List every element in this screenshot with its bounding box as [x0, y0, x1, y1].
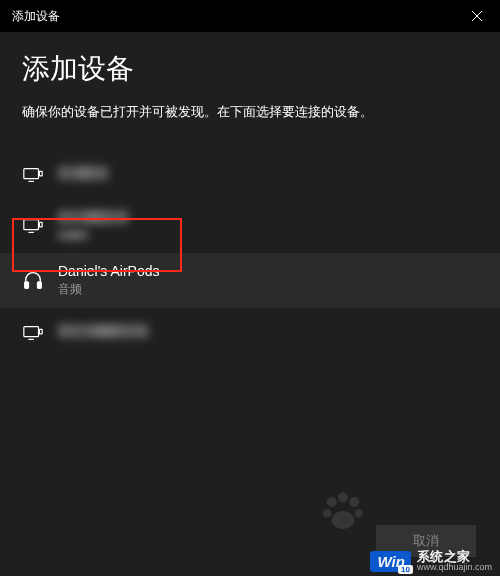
display-icon [22, 164, 44, 186]
device-name [58, 166, 108, 183]
device-subtext: 音频 [58, 281, 160, 298]
svg-rect-7 [38, 282, 42, 288]
device-name [58, 210, 128, 227]
device-item[interactable] [0, 200, 500, 253]
device-item[interactable] [0, 150, 500, 200]
svg-rect-1 [39, 171, 42, 176]
svg-point-13 [349, 497, 359, 507]
display-icon [22, 215, 44, 237]
page-heading: 添加设备 [22, 50, 478, 88]
content-area: 添加设备 确保你的设备已打开并可被发现。在下面选择要连接的设备。 [0, 32, 500, 358]
svg-point-12 [338, 493, 348, 503]
close-button[interactable] [454, 0, 500, 32]
svg-point-16 [332, 511, 355, 529]
device-name: Daniel's AirPods [58, 263, 160, 279]
instruction-text: 确保你的设备已打开并可被发现。在下面选择要连接的设备。 [22, 102, 478, 122]
svg-rect-4 [39, 222, 42, 227]
watermark-paw-icon [316, 484, 370, 542]
svg-rect-3 [24, 220, 39, 230]
svg-rect-8 [24, 326, 39, 336]
svg-rect-9 [39, 329, 42, 334]
device-item-airpods[interactable]: Daniel's AirPods 音频 [0, 253, 500, 308]
titlebar: 添加设备 [0, 0, 500, 32]
svg-rect-6 [25, 282, 29, 288]
headphones-icon [22, 269, 44, 291]
watermark-logo: Win 10 系统之家 www.qdhuajin.com [370, 550, 492, 572]
device-name [58, 324, 148, 341]
display-icon [22, 322, 44, 344]
svg-point-11 [327, 497, 337, 507]
watermark-line2: www.qdhuajin.com [417, 563, 492, 572]
svg-point-14 [323, 509, 331, 517]
watermark-badge: Win 10 [370, 551, 411, 572]
svg-rect-0 [24, 168, 39, 178]
svg-point-15 [355, 509, 363, 517]
device-item[interactable] [0, 308, 500, 358]
window-title: 添加设备 [12, 8, 60, 25]
close-icon [472, 11, 482, 21]
device-subtext [58, 229, 128, 243]
device-list: Daniel's AirPods 音频 [0, 150, 500, 358]
